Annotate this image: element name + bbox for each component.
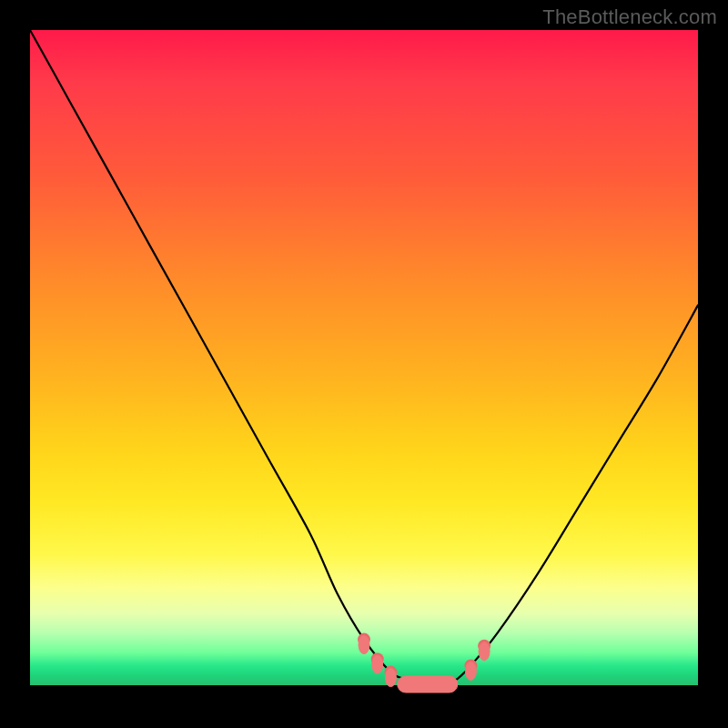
highlight-lobe: [465, 662, 476, 680]
watermark-text: TheBottleneck.com: [542, 5, 717, 29]
highlight-lobe: [385, 669, 396, 687]
curve-svg: [30, 30, 698, 685]
valley-bar: [398, 676, 458, 693]
bottleneck-curve: [30, 30, 698, 686]
highlight-lobe: [372, 655, 383, 673]
plot-area: [30, 30, 698, 685]
highlight-marker-group: [358, 633, 490, 693]
chart-frame: TheBottleneck.com: [0, 0, 728, 728]
highlight-lobe: [479, 642, 490, 661]
highlight-lobe: [359, 636, 369, 654]
